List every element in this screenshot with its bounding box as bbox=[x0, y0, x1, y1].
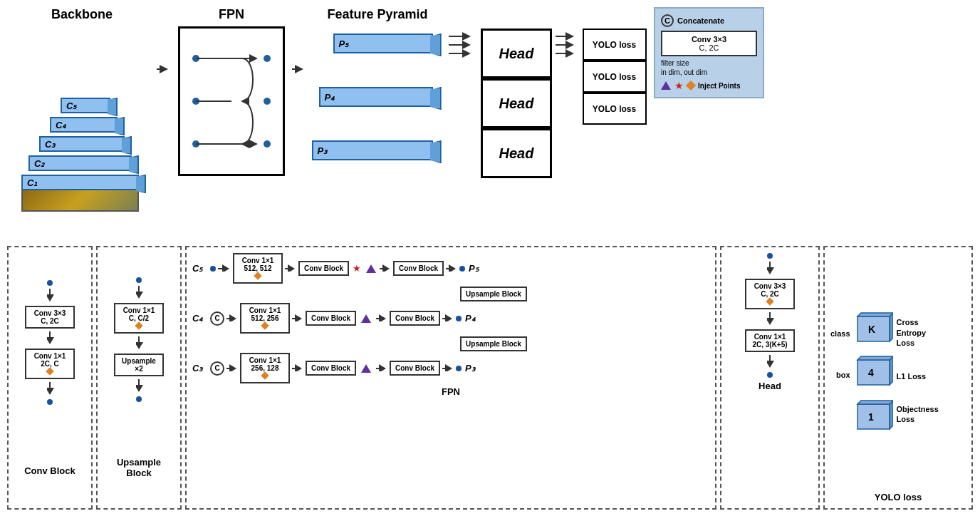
fpn-box bbox=[178, 26, 285, 176]
backbone-pyramid: C₁ C₂ C₃ C₄ C₅ bbox=[14, 26, 150, 212]
legend-conv: Conv 3×3 C, 2C bbox=[661, 31, 757, 56]
fpn-cb1-c3: Conv Block bbox=[306, 361, 356, 376]
fpn-diamond-c4 bbox=[261, 321, 269, 329]
yolo-labels: class box bbox=[830, 314, 850, 428]
fpn-arr4-c4 bbox=[442, 314, 454, 323]
legend-filter-desc: filter size bbox=[661, 59, 757, 67]
yolo-detail-inner: class box K bbox=[830, 253, 966, 489]
fpn-conv-c3: Conv 1×1 256, 128 bbox=[240, 353, 290, 383]
arr-up-2 bbox=[135, 336, 143, 351]
arr-up-3 bbox=[135, 379, 143, 393]
head-arr-1 bbox=[766, 262, 774, 276]
bottom-section: Conv 3×3 C, 2C Conv 1×1 2C, C Conv Block bbox=[0, 246, 980, 517]
head-dot-bot bbox=[767, 372, 773, 378]
backbone-c1: C₁ bbox=[21, 175, 139, 190]
fpn-section: FPN bbox=[171, 7, 292, 176]
fpn-arr-c3 bbox=[226, 364, 238, 373]
upsample-block-label: Upsample Block bbox=[103, 457, 174, 478]
head-detail-section: Conv 3×3 C, 2C Conv 1×1 2C, 3(K+5) Head bbox=[720, 246, 820, 510]
ay-bot bbox=[556, 49, 577, 58]
head-3: Head bbox=[481, 128, 552, 178]
tri-c5 bbox=[366, 264, 376, 273]
fpn-diamond-c3 bbox=[261, 371, 269, 379]
yolo-loss-1: YOLO loss bbox=[583, 29, 647, 61]
fpn-arr2-c3 bbox=[292, 364, 303, 373]
fpn-c4-label: C₄ bbox=[192, 313, 208, 324]
main-container: Backbone C₁ C₂ C₃ C₄ C₅ FPN bbox=[0, 0, 980, 526]
head-detail-label: Head bbox=[759, 381, 781, 391]
fpn-cb1-c4: Conv Block bbox=[306, 311, 356, 326]
yolo-l1-loss: L1 Loss bbox=[897, 372, 939, 381]
feature-pyramid-layers: P₅ P₄ P₃ bbox=[312, 26, 444, 197]
concat-label: Concatenate bbox=[677, 16, 724, 25]
dot-top-conv bbox=[47, 280, 53, 286]
fpn-dot-p3 bbox=[456, 366, 462, 371]
concat-icon: C bbox=[661, 14, 674, 27]
fp-p4: P₄ bbox=[319, 87, 433, 107]
dot-top-up bbox=[136, 277, 142, 283]
fpn-arr2-c4 bbox=[292, 314, 303, 323]
yolo-box-label: box bbox=[836, 371, 850, 379]
fp-p5: P₅ bbox=[333, 33, 433, 53]
ay-top bbox=[556, 32, 577, 41]
fpn-c3-label: C₃ bbox=[192, 363, 208, 373]
ah-mid bbox=[449, 41, 474, 49]
fpn-upsample-block-1: Upsample Block bbox=[460, 287, 527, 301]
upsample-block-row1: Conv 1×1 C, C/2 bbox=[114, 303, 164, 334]
yolo-objectness: ObjectnessLoss bbox=[897, 404, 939, 425]
svg-marker-40 bbox=[890, 313, 893, 341]
arrows-to-heads bbox=[449, 7, 477, 65]
fpn-upsample-2: Upsample Block bbox=[375, 336, 527, 351]
svg-point-6 bbox=[264, 140, 271, 148]
svg-point-4 bbox=[264, 55, 271, 62]
fpn-dot-c5 bbox=[210, 266, 216, 272]
tri-c3 bbox=[361, 364, 371, 373]
book-1: 1 bbox=[854, 397, 893, 433]
fpn-conv-c5: Conv 1×1 512, 512 bbox=[233, 253, 283, 284]
legend-conv-dims: C, 2C bbox=[665, 43, 753, 52]
conv-block-detail: Conv 3×3 C, 2C Conv 1×1 2C, C Conv Block bbox=[7, 246, 93, 510]
fpn-arrows-svg bbox=[185, 33, 278, 169]
conv-block-label: Conv Block bbox=[24, 465, 75, 476]
feature-pyramid-title: Feature Pyramid bbox=[327, 7, 427, 22]
arr-conv-2 bbox=[46, 331, 54, 346]
fpn-p4-label: P₄ bbox=[465, 313, 475, 324]
svg-marker-44 bbox=[890, 356, 893, 385]
fpn-row-c5: C₅ Conv 1×1 512, 512 Conv Block ★ Conv B… bbox=[192, 253, 709, 284]
ah-bot bbox=[449, 49, 474, 58]
arrow-backbone-fpn bbox=[157, 7, 171, 74]
up-diamond bbox=[135, 321, 142, 329]
book-4: 4 bbox=[854, 353, 893, 388]
legend-concat: C Concatenate bbox=[661, 14, 757, 27]
dot-bot-conv bbox=[47, 399, 53, 405]
head-dot-top bbox=[767, 253, 773, 259]
backbone-section: Backbone C₁ C₂ C₃ C₄ C₅ bbox=[7, 7, 157, 212]
arr-up-1 bbox=[135, 286, 143, 300]
ay-mid bbox=[556, 41, 577, 49]
svg-marker-48 bbox=[890, 401, 893, 429]
svg-marker-45 bbox=[858, 356, 893, 360]
heads-section: Head Head Head bbox=[477, 7, 556, 185]
upsample-block-inner: Conv 1×1 C, C/2 Upsample ×2 bbox=[103, 277, 174, 402]
arrow-fpn-svg bbox=[292, 64, 306, 74]
fpn-cb2-c4: Conv Block bbox=[390, 311, 440, 326]
fpn-arr-c5 bbox=[218, 264, 231, 273]
fpn-p3-label: P₃ bbox=[465, 363, 475, 373]
head-conv-block-2: Conv 1×1 2C, 3(K+5) bbox=[745, 329, 795, 352]
fpn-arr4-c5 bbox=[446, 264, 457, 273]
fpn-row-c4: C₄ C Conv 1×1 512, 256 Conv Block Conv B… bbox=[192, 303, 709, 334]
head-diamond-1 bbox=[766, 297, 773, 305]
svg-text:K: K bbox=[868, 324, 875, 335]
ah-top bbox=[449, 32, 474, 41]
fpn-arr3-c4 bbox=[376, 314, 387, 323]
yolo-losses-section: YOLO loss YOLO loss YOLO loss bbox=[580, 7, 648, 132]
inject-diamond bbox=[686, 81, 696, 91]
backbone-title: Backbone bbox=[51, 7, 113, 22]
fpn-arr-c4 bbox=[226, 314, 238, 323]
inject-triangle bbox=[661, 81, 671, 90]
legend-conv-label: Conv 3×3 bbox=[665, 35, 753, 43]
backbone-c5: C₅ bbox=[61, 98, 110, 113]
fpn-cb2-c3: Conv Block bbox=[390, 361, 440, 376]
fpn-row-c3: C₃ C Conv 1×1 256, 128 Conv Block Conv B… bbox=[192, 353, 709, 383]
svg-marker-41 bbox=[858, 313, 893, 316]
